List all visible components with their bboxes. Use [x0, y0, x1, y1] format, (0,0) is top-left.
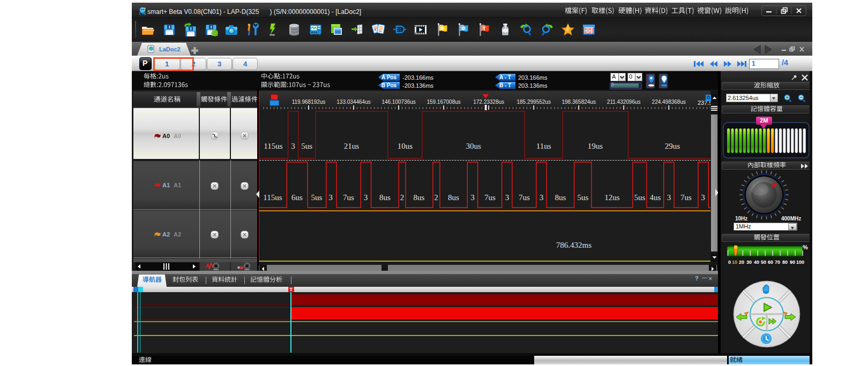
svg-text:4us: 4us: [650, 193, 661, 202]
svg-text:211.432096us: 211.432096us: [607, 99, 641, 105]
svg-text:224.498368us: 224.498368us: [652, 99, 686, 105]
svg-text:2: 2: [400, 193, 405, 202]
svg-text:7us: 7us: [343, 193, 354, 202]
svg-text:T: T: [483, 25, 486, 31]
svg-text:6us: 6us: [291, 193, 303, 202]
svg-text:30us: 30us: [466, 142, 481, 150]
svg-text:172.23328us: 172.23328us: [473, 99, 504, 105]
svg-text:185.299552us: 185.299552us: [517, 99, 550, 105]
svg-text:7us: 7us: [680, 193, 692, 202]
svg-text:119.968192us: 119.968192us: [292, 99, 326, 105]
svg-text:198.365824us: 198.365824us: [562, 99, 595, 105]
svg-text:3: 3: [701, 193, 705, 202]
svg-text:3: 3: [470, 193, 475, 202]
svg-text:115us: 115us: [264, 142, 282, 150]
svg-text:8us: 8us: [448, 193, 459, 202]
svg-text:3: 3: [328, 193, 333, 202]
svg-text:146.100736us: 146.100736us: [381, 99, 415, 105]
svg-text:5us: 5us: [301, 142, 312, 150]
svg-text:8us: 8us: [414, 193, 425, 202]
svg-text:133.034464us: 133.034464us: [336, 99, 370, 105]
svg-text:2: 2: [434, 193, 438, 202]
svg-text:21us: 21us: [344, 142, 360, 150]
svg-text:A: A: [441, 25, 445, 31]
svg-text:12us: 12us: [604, 193, 620, 202]
svg-text:5us: 5us: [311, 193, 323, 202]
svg-text:11us: 11us: [536, 142, 551, 150]
svg-text:159.167008us: 159.167008us: [426, 99, 460, 105]
svg-text:8us: 8us: [379, 193, 391, 202]
svg-text:7us: 7us: [519, 193, 530, 202]
svg-text:3: 3: [291, 142, 295, 150]
svg-text:5us: 5us: [634, 193, 646, 202]
svg-text:3: 3: [364, 193, 368, 202]
svg-text:5us: 5us: [578, 193, 589, 202]
svg-text:19us: 19us: [588, 142, 603, 150]
svg-text:B: B: [462, 25, 466, 31]
svg-text:7us: 7us: [484, 193, 496, 202]
svg-text:10us: 10us: [398, 142, 413, 150]
svg-text:3: 3: [540, 193, 544, 202]
svg-text:29us: 29us: [665, 142, 680, 150]
svg-text:3: 3: [505, 193, 510, 202]
svg-text:115us: 115us: [263, 193, 282, 202]
svg-text:0101: 0101: [585, 30, 593, 35]
svg-text:8us: 8us: [555, 193, 566, 202]
svg-text:3: 3: [667, 193, 671, 202]
svg-text:786.432ms: 786.432ms: [556, 241, 592, 249]
